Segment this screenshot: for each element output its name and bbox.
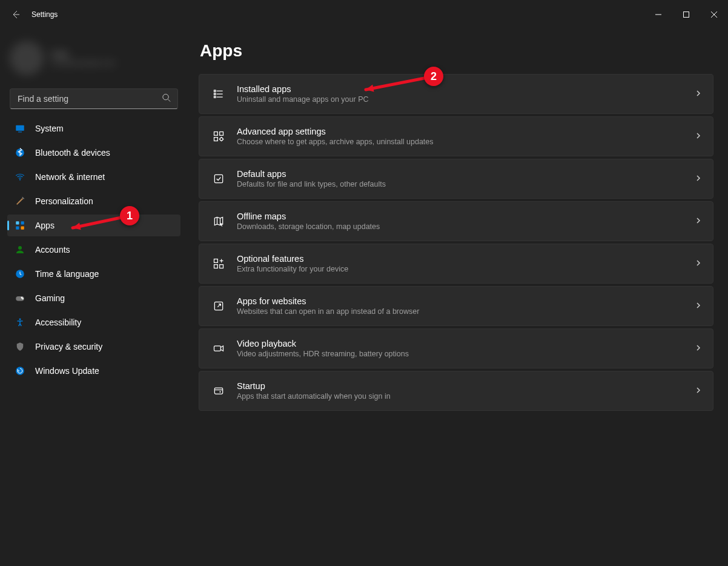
apps-icon: [15, 220, 25, 231]
sidebar-item-label: Gaming: [35, 293, 65, 303]
back-button[interactable]: [10, 8, 22, 21]
svg-rect-17: [214, 90, 216, 92]
sidebar-item-time[interactable]: Time & language: [7, 263, 180, 285]
update-icon: [15, 365, 25, 376]
sidebar-item-apps[interactable]: Apps: [7, 215, 180, 236]
chevron-right-icon: [695, 131, 702, 142]
card-title: Video playback: [237, 339, 695, 348]
close-button[interactable]: [700, 5, 728, 24]
card-maps[interactable]: Offline maps Downloads, storage location…: [199, 201, 713, 241]
sidebar-item-system[interactable]: System: [7, 118, 180, 139]
svg-point-5: [19, 179, 21, 180]
sidebar-nav: System Bluetooth & devices Network & int…: [7, 118, 180, 382]
sidebar-item-label: Privacy & security: [35, 342, 102, 351]
card-optional[interactable]: Optional features Extra functionality fo…: [199, 244, 713, 284]
svg-rect-20: [214, 132, 218, 136]
sidebar-item-accounts[interactable]: Accounts: [7, 239, 180, 261]
chevron-right-icon: [695, 301, 702, 311]
sidebar-item-update[interactable]: Windows Update: [7, 360, 180, 382]
svg-point-14: [22, 298, 24, 299]
chevron-right-icon: [695, 343, 702, 354]
open-external-icon: [211, 299, 226, 313]
sidebar-item-label: Time & language: [35, 269, 99, 279]
svg-rect-19: [214, 96, 216, 98]
svg-rect-22: [214, 138, 218, 141]
sidebar-item-network[interactable]: Network & internet: [7, 166, 180, 188]
card-startup[interactable]: Startup Apps that start automatically wh…: [199, 371, 713, 411]
card-default[interactable]: Default apps Defaults for file and link …: [199, 159, 713, 199]
card-video[interactable]: Video playback Video adjustments, HDR st…: [199, 328, 713, 368]
grid-plus-icon: [211, 256, 226, 271]
svg-rect-3: [18, 132, 22, 132]
svg-rect-0: [684, 12, 689, 18]
card-subtitle: Choose where to get apps, archive apps, …: [237, 138, 695, 146]
card-title: Optional features: [237, 254, 695, 264]
titlebar-left: Settings: [10, 8, 58, 21]
map-icon: [211, 214, 226, 228]
sidebar-item-accessibility[interactable]: Accessibility: [7, 311, 180, 333]
card-subtitle: Apps that start automatically when you s…: [237, 392, 695, 401]
card-title: Default apps: [237, 169, 695, 179]
wifi-icon: [15, 171, 25, 182]
card-installed[interactable]: Installed apps Uninstall and manage apps…: [199, 74, 713, 114]
brush-icon: [15, 196, 25, 207]
avatar: [10, 41, 44, 75]
sidebar-item-label: Personalization: [35, 196, 93, 206]
svg-rect-27: [214, 265, 218, 268]
sidebar-item-label: Apps: [35, 221, 55, 230]
sidebar-item-personalization[interactable]: Personalization: [7, 190, 180, 212]
card-title: Offline maps: [237, 211, 695, 221]
titlebar: Settings: [0, 0, 728, 29]
minimize-button[interactable]: [644, 5, 672, 24]
check-square-icon: [211, 171, 226, 186]
svg-point-10: [18, 246, 22, 250]
window-controls: [644, 5, 728, 24]
search-wrap: [10, 88, 178, 109]
sidebar-item-label: Accounts: [35, 245, 70, 255]
svg-point-25: [220, 223, 222, 225]
chevron-right-icon: [695, 216, 702, 227]
card-subtitle: Video adjustments, HDR streaming, batter…: [237, 350, 695, 358]
search-input[interactable]: [10, 88, 178, 109]
sidebar-item-label: Accessibility: [35, 318, 81, 327]
profile-email: user@example.com: [51, 59, 116, 67]
window-title: Settings: [31, 10, 58, 19]
svg-rect-28: [220, 265, 223, 268]
card-advanced[interactable]: Advanced app settings Choose where to ge…: [199, 116, 713, 156]
svg-point-1: [163, 94, 168, 99]
profile-block[interactable]: User user@example.com: [7, 34, 180, 82]
sidebar-item-privacy[interactable]: Privacy & security: [7, 336, 180, 358]
sidebar-item-label: Bluetooth & devices: [35, 148, 110, 158]
svg-rect-6: [16, 221, 19, 224]
card-title: Startup: [237, 381, 695, 391]
svg-rect-7: [21, 221, 24, 224]
system-icon: [15, 123, 25, 134]
svg-rect-31: [214, 388, 222, 394]
card-title: Apps for websites: [237, 296, 695, 306]
card-subtitle: Websites that can open in an app instead…: [237, 307, 695, 316]
sidebar-item-bluetooth[interactable]: Bluetooth & devices: [7, 142, 180, 164]
content: Apps Installed apps Uninstall and manage…: [188, 29, 728, 566]
card-title: Installed apps: [237, 84, 695, 94]
svg-point-15: [19, 318, 21, 320]
page-title: Apps: [200, 41, 713, 61]
shield-icon: [15, 341, 25, 352]
card-websites[interactable]: Apps for websites Websites that can open…: [199, 286, 713, 326]
card-subtitle: Extra functionality for your device: [237, 265, 695, 273]
svg-point-16: [16, 367, 24, 375]
svg-rect-24: [214, 175, 222, 182]
sidebar-item-label: Windows Update: [35, 366, 99, 376]
svg-rect-18: [214, 93, 216, 95]
chevron-right-icon: [695, 258, 702, 269]
svg-rect-21: [220, 132, 223, 136]
profile-name: User: [51, 49, 116, 59]
card-subtitle: Uninstall and manage apps on your PC: [237, 95, 695, 104]
chevron-right-icon: [695, 173, 702, 184]
card-subtitle: Downloads, storage location, map updates: [237, 222, 695, 231]
search-icon: [162, 93, 171, 105]
sidebar-item-label: System: [35, 124, 64, 133]
svg-rect-9: [21, 227, 24, 230]
sidebar: User user@example.com System Bluetooth &…: [0, 29, 188, 566]
maximize-button[interactable]: [672, 5, 700, 24]
sidebar-item-gaming[interactable]: Gaming: [7, 287, 180, 309]
